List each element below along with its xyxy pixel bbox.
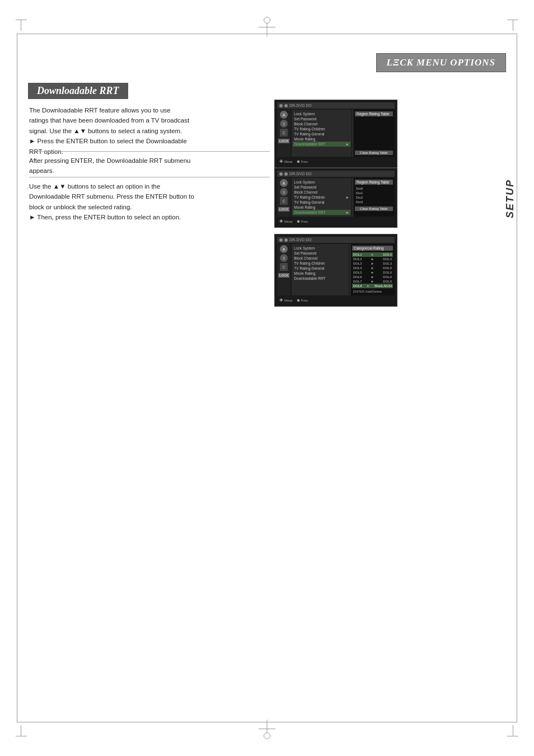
divider-line-2 — [29, 177, 270, 177]
frame-tick — [21, 20, 21, 31]
section-heading: Downloadable RRT — [28, 83, 128, 99]
menu-screenshot-2: DR-DVD DO A S C LOCK Lock System Set Pas… — [274, 168, 397, 228]
divider-line-1 — [29, 151, 270, 152]
crosshair-top — [264, 17, 270, 24]
frame-tick — [16, 20, 27, 20]
crosshair-bottom — [264, 732, 270, 739]
frame-tick — [513, 725, 513, 736]
frame-tick — [513, 20, 513, 31]
section-heading-text: Downloadable RRT — [37, 85, 119, 97]
body-text-1: The Downloadable RRT feature allows you … — [29, 105, 270, 157]
frame-border — [17, 34, 17, 722]
menu-screenshot-1: DR-DVD DO A S C LOCK Lock System Set Pas… — [274, 100, 397, 168]
setup-label: SETUP — [504, 179, 516, 218]
frame-tick — [16, 736, 27, 736]
frame-tick — [21, 725, 21, 736]
body-text-2: After pressing ENTER, the Downloadable R… — [29, 156, 270, 176]
header-title-box: LΞCK MENU OPTIONS — [376, 53, 506, 72]
body-text-3: Use the ▲▼ buttons to select an option i… — [29, 181, 270, 223]
page-title: LΞCK MENU OPTIONS — [387, 57, 495, 68]
menu-screenshot-3: DR-DVD DO A S C LOCK Lock System Set Pas… — [274, 234, 397, 307]
frame-border — [517, 34, 517, 722]
